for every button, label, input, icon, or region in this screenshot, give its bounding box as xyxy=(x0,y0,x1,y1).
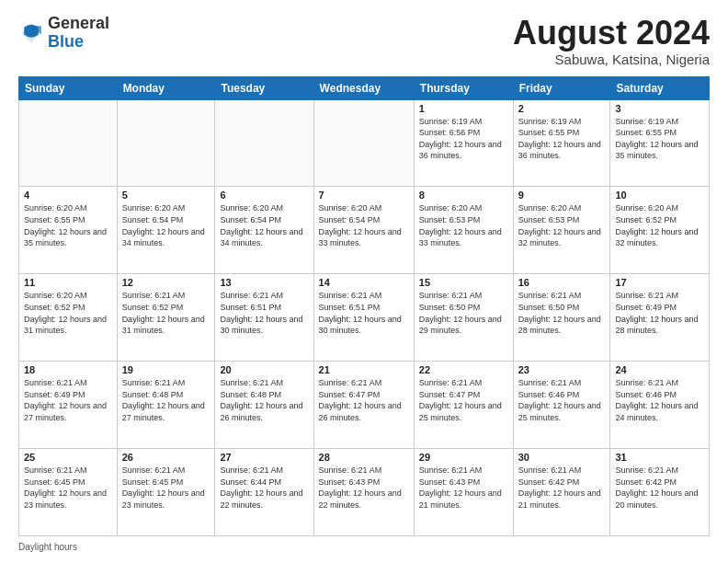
footer-daylight-label: Daylight hours xyxy=(18,542,77,552)
page: General Blue August 2024 Sabuwa, Katsina… xyxy=(0,0,728,563)
day-cell: 26Sunrise: 6:21 AM Sunset: 6:45 PM Dayli… xyxy=(117,449,215,536)
day-cell: 15Sunrise: 6:21 AM Sunset: 6:50 PM Dayli… xyxy=(414,274,513,362)
day-number: 27 xyxy=(220,452,308,463)
day-number: 17 xyxy=(615,277,704,288)
day-cell: 14Sunrise: 6:21 AM Sunset: 6:51 PM Dayli… xyxy=(313,274,414,362)
day-number: 1 xyxy=(419,103,508,114)
week-row-5: 25Sunrise: 6:21 AM Sunset: 6:45 PM Dayli… xyxy=(19,449,710,536)
day-cell: 9Sunrise: 6:20 AM Sunset: 6:53 PM Daylig… xyxy=(513,187,610,274)
day-cell: 13Sunrise: 6:21 AM Sunset: 6:51 PM Dayli… xyxy=(215,274,313,362)
day-number: 13 xyxy=(220,277,308,288)
day-info: Sunrise: 6:19 AM Sunset: 6:55 PM Dayligh… xyxy=(518,116,606,162)
day-number: 8 xyxy=(419,190,508,201)
day-number: 22 xyxy=(419,364,508,375)
day-cell: 28Sunrise: 6:21 AM Sunset: 6:43 PM Dayli… xyxy=(313,449,414,536)
day-info: Sunrise: 6:21 AM Sunset: 6:48 PM Dayligh… xyxy=(122,377,210,423)
day-cell: 27Sunrise: 6:21 AM Sunset: 6:44 PM Dayli… xyxy=(215,449,313,536)
day-info: Sunrise: 6:21 AM Sunset: 6:52 PM Dayligh… xyxy=(122,290,210,336)
logo-text-block: General Blue xyxy=(48,15,109,52)
logo-general: General xyxy=(48,14,109,32)
week-row-2: 4Sunrise: 6:20 AM Sunset: 6:55 PM Daylig… xyxy=(19,187,710,274)
day-info: Sunrise: 6:19 AM Sunset: 6:56 PM Dayligh… xyxy=(419,116,508,162)
day-cell: 4Sunrise: 6:20 AM Sunset: 6:55 PM Daylig… xyxy=(19,187,118,274)
day-info: Sunrise: 6:21 AM Sunset: 6:43 PM Dayligh… xyxy=(419,465,508,511)
day-number: 11 xyxy=(24,277,112,288)
day-info: Sunrise: 6:20 AM Sunset: 6:54 PM Dayligh… xyxy=(122,202,210,248)
day-cell xyxy=(215,99,313,187)
day-number: 12 xyxy=(122,277,210,288)
day-cell xyxy=(19,99,118,187)
logo-text: General Blue xyxy=(48,15,109,52)
day-number: 14 xyxy=(319,277,409,288)
col-header-sunday: Sunday xyxy=(19,76,118,99)
day-cell: 22Sunrise: 6:21 AM Sunset: 6:47 PM Dayli… xyxy=(414,362,513,449)
day-info: Sunrise: 6:21 AM Sunset: 6:45 PM Dayligh… xyxy=(122,465,210,511)
day-info: Sunrise: 6:21 AM Sunset: 6:47 PM Dayligh… xyxy=(319,377,409,423)
col-header-tuesday: Tuesday xyxy=(215,76,313,99)
day-cell: 29Sunrise: 6:21 AM Sunset: 6:43 PM Dayli… xyxy=(414,449,513,536)
title-block: August 2024 Sabuwa, Katsina, Nigeria xyxy=(513,15,710,67)
day-cell: 7Sunrise: 6:20 AM Sunset: 6:54 PM Daylig… xyxy=(313,187,414,274)
day-info: Sunrise: 6:21 AM Sunset: 6:46 PM Dayligh… xyxy=(518,377,606,423)
day-cell: 8Sunrise: 6:20 AM Sunset: 6:53 PM Daylig… xyxy=(414,187,513,274)
day-cell: 23Sunrise: 6:21 AM Sunset: 6:46 PM Dayli… xyxy=(513,362,610,449)
day-info: Sunrise: 6:21 AM Sunset: 6:47 PM Dayligh… xyxy=(419,377,508,423)
calendar-table: SundayMondayTuesdayWednesdayThursdayFrid… xyxy=(18,76,710,536)
day-number: 6 xyxy=(220,190,308,201)
day-number: 5 xyxy=(122,190,210,201)
day-info: Sunrise: 6:21 AM Sunset: 6:50 PM Dayligh… xyxy=(419,290,508,336)
day-cell: 6Sunrise: 6:20 AM Sunset: 6:54 PM Daylig… xyxy=(215,187,313,274)
day-info: Sunrise: 6:20 AM Sunset: 6:55 PM Dayligh… xyxy=(24,202,112,248)
day-cell: 17Sunrise: 6:21 AM Sunset: 6:49 PM Dayli… xyxy=(610,274,710,362)
day-number: 31 xyxy=(615,452,704,463)
day-cell: 1Sunrise: 6:19 AM Sunset: 6:56 PM Daylig… xyxy=(414,99,513,187)
day-cell: 11Sunrise: 6:20 AM Sunset: 6:52 PM Dayli… xyxy=(19,274,118,362)
day-cell: 20Sunrise: 6:21 AM Sunset: 6:48 PM Dayli… xyxy=(215,362,313,449)
day-cell xyxy=(117,99,215,187)
day-cell: 31Sunrise: 6:21 AM Sunset: 6:42 PM Dayli… xyxy=(610,449,710,536)
day-cell: 16Sunrise: 6:21 AM Sunset: 6:50 PM Dayli… xyxy=(513,274,610,362)
day-info: Sunrise: 6:20 AM Sunset: 6:53 PM Dayligh… xyxy=(518,202,606,248)
day-number: 10 xyxy=(615,190,704,201)
day-number: 21 xyxy=(319,364,409,375)
week-row-1: 1Sunrise: 6:19 AM Sunset: 6:56 PM Daylig… xyxy=(19,99,710,187)
day-info: Sunrise: 6:19 AM Sunset: 6:55 PM Dayligh… xyxy=(615,116,704,162)
day-info: Sunrise: 6:21 AM Sunset: 6:42 PM Dayligh… xyxy=(518,465,606,511)
week-row-4: 18Sunrise: 6:21 AM Sunset: 6:49 PM Dayli… xyxy=(19,362,710,449)
day-number: 24 xyxy=(615,364,704,375)
day-info: Sunrise: 6:20 AM Sunset: 6:54 PM Dayligh… xyxy=(319,202,409,248)
day-info: Sunrise: 6:21 AM Sunset: 6:43 PM Dayligh… xyxy=(319,465,409,511)
day-number: 28 xyxy=(319,452,409,463)
day-info: Sunrise: 6:20 AM Sunset: 6:52 PM Dayligh… xyxy=(24,290,112,336)
day-number: 29 xyxy=(419,452,508,463)
day-cell: 3Sunrise: 6:19 AM Sunset: 6:55 PM Daylig… xyxy=(610,99,710,187)
footer-note: Daylight hours xyxy=(18,542,710,552)
day-cell: 5Sunrise: 6:20 AM Sunset: 6:54 PM Daylig… xyxy=(117,187,215,274)
day-info: Sunrise: 6:21 AM Sunset: 6:45 PM Dayligh… xyxy=(24,465,112,511)
col-header-monday: Monday xyxy=(117,76,215,99)
day-info: Sunrise: 6:21 AM Sunset: 6:48 PM Dayligh… xyxy=(220,377,308,423)
col-header-thursday: Thursday xyxy=(414,76,513,99)
col-header-wednesday: Wednesday xyxy=(313,76,414,99)
day-info: Sunrise: 6:20 AM Sunset: 6:53 PM Dayligh… xyxy=(419,202,508,248)
day-number: 18 xyxy=(24,364,112,375)
logo: General Blue xyxy=(18,15,109,52)
day-number: 25 xyxy=(24,452,112,463)
day-info: Sunrise: 6:20 AM Sunset: 6:54 PM Dayligh… xyxy=(220,202,308,248)
day-info: Sunrise: 6:21 AM Sunset: 6:49 PM Dayligh… xyxy=(615,290,704,336)
day-cell: 2Sunrise: 6:19 AM Sunset: 6:55 PM Daylig… xyxy=(513,99,610,187)
location: Sabuwa, Katsina, Nigeria xyxy=(513,52,710,67)
day-info: Sunrise: 6:21 AM Sunset: 6:50 PM Dayligh… xyxy=(518,290,606,336)
day-cell: 10Sunrise: 6:20 AM Sunset: 6:52 PM Dayli… xyxy=(610,187,710,274)
day-number: 9 xyxy=(518,190,606,201)
day-cell: 12Sunrise: 6:21 AM Sunset: 6:52 PM Dayli… xyxy=(117,274,215,362)
day-cell: 24Sunrise: 6:21 AM Sunset: 6:46 PM Dayli… xyxy=(610,362,710,449)
day-number: 15 xyxy=(419,277,508,288)
day-cell: 25Sunrise: 6:21 AM Sunset: 6:45 PM Dayli… xyxy=(19,449,118,536)
day-info: Sunrise: 6:20 AM Sunset: 6:52 PM Dayligh… xyxy=(615,202,704,248)
day-number: 30 xyxy=(518,452,606,463)
day-number: 4 xyxy=(24,190,112,201)
day-info: Sunrise: 6:21 AM Sunset: 6:51 PM Dayligh… xyxy=(319,290,409,336)
day-number: 23 xyxy=(518,364,606,375)
day-number: 19 xyxy=(122,364,210,375)
